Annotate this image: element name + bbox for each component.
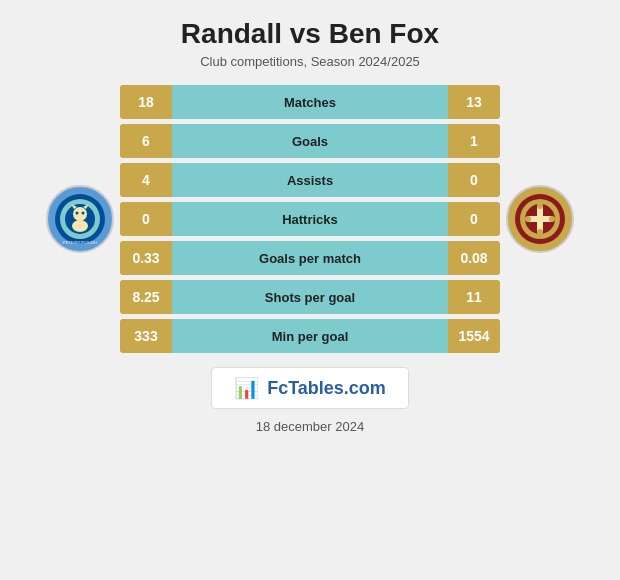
brand-text: FcTables.com	[267, 378, 386, 399]
stat-label: Goals per match	[172, 241, 448, 275]
left-logo-circle: PETERBOROUGH	[46, 185, 114, 253]
svg-rect-14	[528, 216, 552, 222]
svg-point-15	[537, 203, 543, 209]
stat-left-value: 8.25	[120, 280, 172, 314]
stat-label: Min per goal	[172, 319, 448, 353]
stat-left-value: 0	[120, 202, 172, 236]
svg-point-16	[537, 229, 543, 235]
stat-left-value: 333	[120, 319, 172, 353]
svg-point-8	[82, 212, 85, 215]
stat-left-value: 6	[120, 124, 172, 158]
page-title: Randall vs Ben Fox	[181, 18, 439, 50]
stat-right-value: 0.08	[448, 241, 500, 275]
stat-right-value: 1	[448, 124, 500, 158]
svg-point-7	[76, 212, 79, 215]
stat-left-value: 4	[120, 163, 172, 197]
stat-label: Assists	[172, 163, 448, 197]
svg-point-4	[72, 220, 88, 232]
right-club-emblem	[513, 192, 567, 246]
stat-right-value: 13	[448, 85, 500, 119]
footer-date: 18 december 2024	[256, 419, 364, 434]
stat-row: 0Hattricks0	[120, 202, 500, 236]
stats-area: 18Matches136Goals14Assists00Hattricks00.…	[120, 85, 500, 353]
stat-label: Hattricks	[172, 202, 448, 236]
brand-icon: 📊	[234, 376, 259, 400]
stat-label: Matches	[172, 85, 448, 119]
svg-text:PETERBOROUGH: PETERBOROUGH	[63, 240, 97, 245]
brand-box: 📊 FcTables.com	[211, 367, 409, 409]
page-wrapper: Randall vs Ben Fox Club competitions, Se…	[0, 0, 620, 580]
stat-row: 4Assists0	[120, 163, 500, 197]
svg-point-18	[549, 216, 555, 222]
stat-row: 18Matches13	[120, 85, 500, 119]
right-club-logo	[500, 185, 580, 253]
stat-left-value: 0.33	[120, 241, 172, 275]
stat-right-value: 0	[448, 202, 500, 236]
left-club-emblem: PETERBOROUGH	[53, 192, 107, 246]
stat-row: 6Goals1	[120, 124, 500, 158]
stat-right-value: 11	[448, 280, 500, 314]
stat-right-value: 1554	[448, 319, 500, 353]
svg-point-17	[525, 216, 531, 222]
stat-label: Goals	[172, 124, 448, 158]
stat-row: 333Min per goal1554	[120, 319, 500, 353]
svg-point-3	[73, 207, 87, 221]
stat-row: 8.25Shots per goal11	[120, 280, 500, 314]
left-club-logo: PETERBOROUGH	[40, 185, 120, 253]
stat-left-value: 18	[120, 85, 172, 119]
page-subtitle: Club competitions, Season 2024/2025	[200, 54, 420, 69]
main-row: PETERBOROUGH 18Matches136Goals14Assists0…	[10, 85, 610, 353]
right-logo-circle	[506, 185, 574, 253]
stat-row: 0.33Goals per match0.08	[120, 241, 500, 275]
stat-label: Shots per goal	[172, 280, 448, 314]
stat-right-value: 0	[448, 163, 500, 197]
